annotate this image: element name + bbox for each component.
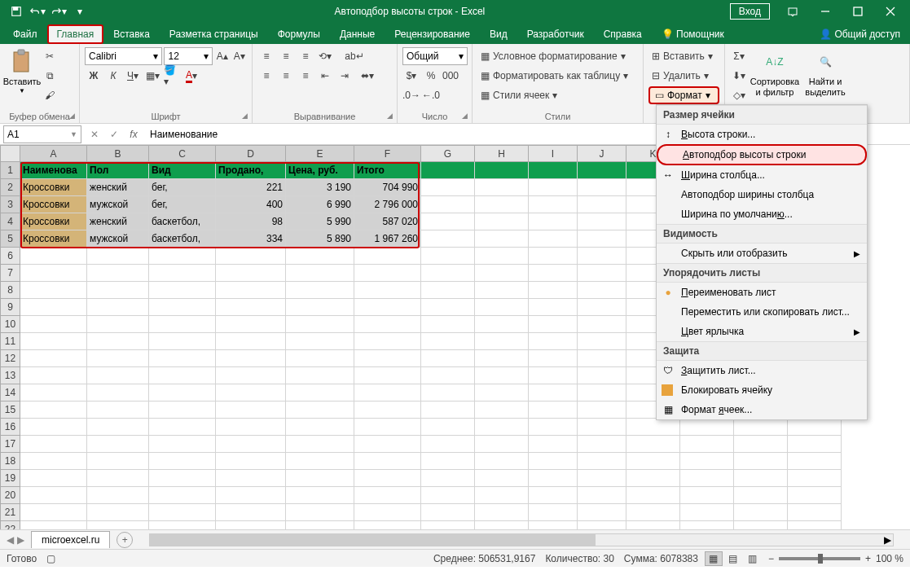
macro-record-icon[interactable]: ▢ bbox=[46, 553, 55, 564]
cell[interactable] bbox=[529, 213, 578, 230]
cell[interactable] bbox=[87, 384, 149, 402]
cell[interactable] bbox=[87, 453, 149, 470]
underline-button[interactable]: Ч▾ bbox=[124, 67, 142, 85]
cell[interactable]: Вид bbox=[149, 162, 216, 179]
cell[interactable]: 6 990 bbox=[286, 196, 354, 213]
cell[interactable] bbox=[475, 213, 529, 230]
italic-button[interactable]: К bbox=[104, 67, 122, 85]
row-header[interactable]: 12 bbox=[1, 350, 20, 367]
cell[interactable] bbox=[421, 162, 475, 179]
font-launcher[interactable]: ◢ bbox=[239, 110, 250, 121]
cell[interactable] bbox=[475, 419, 529, 436]
cell[interactable]: 704 990 bbox=[354, 179, 421, 196]
align-top-icon[interactable]: ≡ bbox=[257, 47, 275, 65]
cell[interactable] bbox=[680, 521, 734, 530]
row-header[interactable]: 1 bbox=[1, 162, 20, 179]
clipboard-launcher[interactable]: ◢ bbox=[66, 110, 77, 121]
horizontal-scrollbar[interactable]: ◀▶ bbox=[149, 533, 894, 546]
cell[interactable] bbox=[354, 453, 421, 470]
cell[interactable] bbox=[354, 419, 421, 436]
cell[interactable] bbox=[529, 453, 578, 470]
cell[interactable] bbox=[529, 196, 578, 213]
login-button[interactable]: Вход bbox=[730, 3, 770, 20]
cell[interactable] bbox=[20, 436, 87, 453]
cell[interactable] bbox=[354, 521, 421, 530]
cell[interactable] bbox=[87, 419, 149, 436]
cell[interactable] bbox=[20, 265, 87, 282]
cell[interactable] bbox=[20, 453, 87, 470]
cell[interactable] bbox=[87, 316, 149, 333]
insert-cells-button[interactable]: ⊞Вставить▾ bbox=[648, 47, 719, 65]
align-bottom-icon[interactable]: ≡ bbox=[297, 47, 314, 65]
cell[interactable] bbox=[20, 487, 87, 504]
cell[interactable] bbox=[87, 248, 149, 265]
fill-color-icon[interactable]: 🪣▾ bbox=[163, 67, 181, 85]
cell[interactable] bbox=[475, 384, 529, 402]
percent-icon[interactable]: % bbox=[422, 67, 440, 85]
cell[interactable] bbox=[529, 265, 578, 282]
tab-help[interactable]: Справка bbox=[594, 24, 652, 44]
cell[interactable] bbox=[149, 316, 216, 333]
cell[interactable] bbox=[680, 504, 734, 521]
copy-icon[interactable]: ⧉ bbox=[41, 67, 59, 85]
cell[interactable] bbox=[216, 282, 286, 299]
cell[interactable] bbox=[286, 402, 354, 419]
cell[interactable] bbox=[529, 419, 578, 436]
cell[interactable] bbox=[421, 213, 475, 230]
menu-format-cells[interactable]: ▦Формат ячеек... bbox=[657, 400, 867, 419]
col-header[interactable]: G bbox=[421, 146, 475, 162]
cell[interactable] bbox=[734, 504, 788, 521]
cell[interactable] bbox=[475, 316, 529, 333]
cell[interactable] bbox=[20, 419, 87, 436]
cell[interactable] bbox=[578, 436, 626, 453]
cell[interactable] bbox=[286, 453, 354, 470]
cell[interactable]: Пол bbox=[87, 162, 149, 179]
view-pagebreak-icon[interactable]: ▥ bbox=[744, 551, 762, 566]
menu-autofit-column-width[interactable]: Автоподбор ширины столбца bbox=[657, 185, 867, 204]
cell[interactable] bbox=[87, 487, 149, 504]
cell[interactable]: 3 190 bbox=[286, 179, 354, 196]
cell[interactable] bbox=[421, 402, 475, 419]
cell[interactable] bbox=[788, 504, 842, 521]
cell[interactable]: 2 796 000 bbox=[354, 196, 421, 213]
menu-default-width[interactable]: Ширина по умолчанию... bbox=[657, 204, 867, 224]
cell[interactable] bbox=[216, 299, 286, 316]
row-header[interactable]: 19 bbox=[1, 470, 20, 487]
cell[interactable] bbox=[578, 248, 626, 265]
cell[interactable]: Кроссовки bbox=[20, 230, 87, 248]
cell[interactable] bbox=[20, 367, 87, 384]
cell[interactable] bbox=[354, 282, 421, 299]
cell[interactable] bbox=[20, 384, 87, 402]
cell[interactable] bbox=[475, 299, 529, 316]
cell[interactable] bbox=[578, 213, 626, 230]
cell[interactable] bbox=[87, 299, 149, 316]
cell[interactable] bbox=[421, 299, 475, 316]
cell[interactable] bbox=[475, 333, 529, 350]
cell[interactable] bbox=[286, 282, 354, 299]
cell[interactable] bbox=[475, 367, 529, 384]
cell[interactable] bbox=[680, 453, 734, 470]
cell[interactable]: мужской bbox=[87, 230, 149, 248]
cell[interactable] bbox=[788, 436, 842, 453]
cell[interactable]: 221 bbox=[216, 179, 286, 196]
name-box[interactable]: A1▼ bbox=[3, 125, 81, 143]
cell[interactable] bbox=[286, 436, 354, 453]
cell[interactable] bbox=[578, 316, 626, 333]
cell[interactable] bbox=[529, 282, 578, 299]
cell[interactable] bbox=[529, 436, 578, 453]
cell[interactable] bbox=[149, 504, 216, 521]
tab-data[interactable]: Данные bbox=[330, 24, 385, 44]
row-header[interactable]: 16 bbox=[1, 419, 20, 436]
cell[interactable] bbox=[475, 402, 529, 419]
menu-row-height[interactable]: ↕Высота строки... bbox=[657, 125, 867, 144]
cell[interactable] bbox=[421, 384, 475, 402]
row-header[interactable]: 13 bbox=[1, 367, 20, 384]
close-icon[interactable] bbox=[874, 0, 907, 23]
sheet-tab[interactable]: microexcel.ru bbox=[31, 531, 110, 548]
cell[interactable] bbox=[87, 367, 149, 384]
cell[interactable]: женский bbox=[87, 179, 149, 196]
cell[interactable] bbox=[578, 162, 626, 179]
tab-tell[interactable]: 💡 Помощник bbox=[652, 24, 734, 44]
cell[interactable] bbox=[149, 521, 216, 530]
cell[interactable] bbox=[216, 521, 286, 530]
